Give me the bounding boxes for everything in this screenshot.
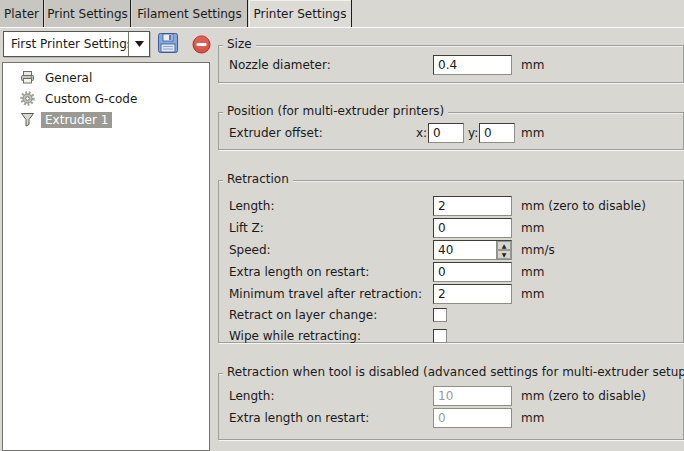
tree-item-general[interactable]: General [3, 67, 209, 88]
section-title: Position (for multi-extruder printers) [223, 104, 448, 118]
preset-name: First Printer Settings [11, 32, 129, 56]
tree-item-label: Custom G-code [41, 91, 141, 107]
extruder-offset-y-input[interactable] [479, 123, 515, 143]
tree-item-custom-gcode[interactable]: Custom G-code [3, 88, 209, 109]
unit-label: mm [521, 218, 544, 238]
y-label: y: [468, 123, 478, 143]
tab-print-settings[interactable]: Print Settings [45, 0, 131, 27]
setting-label: Nozzle diameter: [229, 55, 331, 75]
row-retract-length: Length: mm (zero to disable) [219, 196, 683, 216]
tree-item-label: Extruder 1 [41, 112, 112, 128]
retract-layer-change-checkbox[interactable] [433, 308, 447, 322]
setting-label: Wipe while retracting: [229, 326, 361, 346]
lift-z-input[interactable] [433, 218, 512, 238]
section-retraction: Retraction Length: mm (zero to disable) … [218, 180, 684, 343]
disabled-retract-length-input [433, 386, 512, 406]
tab-underline [0, 27, 684, 28]
tab-plater[interactable]: Plater [0, 0, 44, 27]
spin-down-button[interactable]: ▼ [497, 250, 511, 259]
unit-label: mm (zero to disable) [521, 196, 646, 216]
row-extruder-offset: Extruder offset: x: y: mm [219, 123, 683, 143]
x-label: x: [416, 123, 427, 143]
chevron-down-icon [128, 32, 149, 56]
unit-label: mm/s [521, 240, 555, 260]
speed-spinner: ▲ ▼ [496, 241, 511, 259]
row-wipe-while-retracting: Wipe while retracting: [219, 326, 683, 346]
save-preset-button[interactable] [156, 32, 180, 56]
row-lift-z: Lift Z: mm [219, 218, 683, 238]
section-size: Size Nozzle diameter: mm [218, 45, 684, 83]
unit-label: mm [521, 284, 544, 304]
tab-label: Plater [4, 7, 39, 21]
retract-length-input[interactable] [433, 196, 512, 216]
extra-length-restart-input[interactable] [433, 262, 512, 282]
tree-item-label: General [41, 70, 96, 86]
section-title: Size [223, 37, 256, 51]
tab-label: Print Settings [47, 7, 128, 21]
delete-preset-icon [192, 35, 211, 57]
setting-label: Lift Z: [229, 218, 264, 238]
funnel-icon [19, 111, 36, 128]
section-title: Retraction [223, 172, 293, 186]
tree-item-extruder-1[interactable]: Extruder 1 [3, 109, 209, 130]
extruder-offset-x-input[interactable] [428, 123, 464, 143]
min-travel-input[interactable] [433, 284, 512, 304]
row-nozzle-diameter: Nozzle diameter: mm [219, 55, 683, 75]
unit-label: mm [521, 55, 544, 75]
setting-label: Minimum travel after retraction: [229, 284, 422, 304]
row-disabled-extra-length: Extra length on restart: mm [219, 408, 683, 428]
unit-label: mm (zero to disable) [521, 386, 646, 406]
row-retract-speed: Speed: ▲ ▼ mm/s [219, 240, 683, 260]
setting-label: Speed: [229, 240, 271, 260]
nozzle-diameter-input[interactable] [433, 55, 512, 75]
setting-label: Length: [229, 196, 274, 216]
printer-preset-dropdown[interactable]: First Printer Settings [3, 31, 150, 57]
printer-settings-window: Plater Print Settings Filament Settings … [0, 0, 684, 451]
settings-tree: General Custom G-code Extruder 1 [2, 62, 210, 451]
row-retract-layer-change: Retract on layer change: [219, 305, 683, 325]
setting-label: Length: [229, 386, 274, 406]
setting-label: Extruder offset: [229, 123, 323, 143]
setting-label: Extra length on restart: [229, 408, 369, 428]
save-floppy-icon [157, 32, 179, 57]
section-position: Position (for multi-extruder printers) E… [218, 112, 684, 150]
setting-label: Retract on layer change: [229, 305, 377, 325]
tab-label: Filament Settings [137, 7, 241, 21]
section-title: Retraction when tool is disabled (advanc… [223, 365, 684, 379]
row-disabled-retract-length: Length: mm (zero to disable) [219, 386, 683, 406]
delete-preset-button[interactable] [189, 34, 213, 58]
section-retraction-tool-disabled: Retraction when tool is disabled (advanc… [218, 373, 684, 440]
unit-label: mm [521, 262, 544, 282]
gear-icon [19, 90, 36, 107]
row-extra-length-restart: Extra length on restart: mm [219, 262, 683, 282]
tab-printer-settings[interactable]: Printer Settings [249, 0, 352, 27]
row-min-travel: Minimum travel after retraction: mm [219, 284, 683, 304]
setting-label: Extra length on restart: [229, 262, 369, 282]
spin-up-button[interactable]: ▲ [497, 241, 511, 250]
wipe-while-retracting-checkbox[interactable] [433, 329, 447, 343]
tab-filament-settings[interactable]: Filament Settings [132, 0, 248, 27]
tab-bar: Plater Print Settings Filament Settings … [0, 0, 684, 27]
unit-label: mm [521, 123, 544, 143]
disabled-extra-length-input [433, 408, 512, 428]
tab-label: Printer Settings [254, 7, 347, 21]
unit-label: mm [521, 408, 544, 428]
printer-icon [19, 69, 36, 86]
